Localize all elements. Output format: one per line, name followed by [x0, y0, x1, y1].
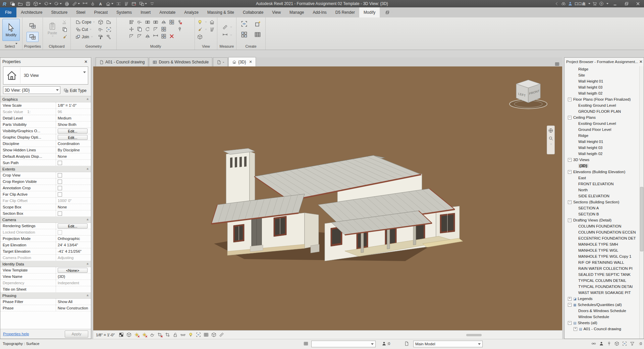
visibility-graphics-o-button[interactable]: Edit...	[58, 129, 88, 134]
rotate-tool-icon[interactable]	[144, 26, 151, 33]
tree-item-r-f-of-retaining-wall[interactable]: R/F OF RETAINING WALL	[565, 259, 640, 265]
crop-view-checkbox[interactable]	[58, 173, 62, 178]
select-by-face-icon[interactable]	[614, 341, 619, 346]
tree-item-wall-heigth-02[interactable]: Wall heigth 02	[565, 90, 640, 96]
tree-item-manhole-type-wgl[interactable]: MANHOLE TYPE WGL	[565, 247, 640, 253]
tree-item-3d[interactable]: {3D}	[565, 163, 640, 169]
ribbon-tab-massing-site[interactable]: Massing & Site	[203, 7, 238, 17]
tree-item-window-schedule[interactable]: Window Schedule	[565, 314, 640, 320]
selection-box-icon[interactable]	[238, 19, 250, 29]
legend-component-icon[interactable]	[252, 30, 264, 40]
model-3d-house[interactable]	[204, 144, 466, 268]
property-value[interactable]: By Discipline	[56, 147, 91, 153]
tree-item-exsiting-ground-level[interactable]: Exsiting Ground Level	[565, 102, 640, 108]
tree-item-drafting-views-detail[interactable]: −Drafting Views (Detail)	[565, 217, 640, 223]
arraysq-tool-icon[interactable]	[168, 19, 175, 26]
worksets-icon[interactable]	[304, 341, 308, 346]
project-browser-close-icon[interactable]: ✕	[638, 59, 644, 64]
tree-item-column-foundation[interactable]: COLUMN FOUNDATION	[565, 223, 640, 229]
full-navigation-wheel-icon[interactable]	[548, 128, 553, 133]
pin-tool-icon[interactable]	[176, 26, 183, 33]
arraysq-tool-icon[interactable]	[160, 33, 167, 40]
ribbon-tab-collaborate[interactable]: Collaborate	[238, 7, 268, 17]
view-tab-a01-council-drawing[interactable]: A01 - Council drawing	[96, 57, 148, 66]
paint-icon[interactable]	[97, 34, 104, 40]
account-label[interactable]: 口口鑫	[575, 1, 586, 6]
cubesm-tool-icon[interactable]	[168, 26, 175, 33]
ribbon-tab-steel[interactable]: Steel	[72, 7, 90, 17]
ribbon-minimize-button[interactable]	[383, 7, 395, 17]
tree-item-ridge[interactable]: Ridge	[565, 133, 640, 139]
linework-icon[interactable]	[196, 26, 204, 33]
ribbon-tab-annotate[interactable]: Annotate	[155, 7, 180, 17]
move-tool-icon[interactable]	[128, 26, 135, 33]
drag-on-selection-icon[interactable]	[622, 341, 627, 346]
tree-item-doors-windows-schedule[interactable]: Doors & Windows Schedule	[565, 308, 640, 314]
ribbon-tab-add-ins[interactable]: Add-Ins	[308, 7, 331, 17]
split-tool-icon[interactable]	[152, 19, 159, 26]
arraysq-tool-icon[interactable]	[160, 26, 167, 33]
revit-logo[interactable]: R	[2, 1, 8, 7]
zoom-icon[interactable]	[548, 136, 553, 141]
type-selector[interactable]: 3D View	[3, 66, 88, 85]
apply-button[interactable]: Apply	[65, 331, 88, 338]
open-icon[interactable]	[17, 1, 24, 7]
property-value[interactable]: -41' 4 21/256"	[56, 248, 91, 254]
point-element-icon[interactable]	[105, 26, 112, 33]
pinred-tool-icon[interactable]	[176, 19, 183, 26]
view-scale-control[interactable]: 1/8" = 1'-0"	[96, 333, 115, 337]
property-value[interactable]: Medium	[56, 115, 91, 121]
measure-icon[interactable]	[71, 1, 81, 7]
reveal-hidden-elements-icon[interactable]	[180, 332, 186, 338]
locked-orientation-checkbox[interactable]	[58, 230, 62, 235]
print-icon[interactable]	[63, 1, 70, 7]
create-similar-icon[interactable]	[252, 19, 264, 29]
modify-tool-button[interactable]: Modify	[2, 19, 20, 41]
tree-item-rain-water-collection-pi[interactable]: RAIN WATER COLLECTION PI	[565, 265, 640, 271]
tree-item-manhole-type-wgl-copy-1[interactable]: MANHOLE TYPE WGL Copy 1	[565, 253, 640, 259]
view-tab-doors-windows-schedule[interactable]: Doors & Windows Schedule	[149, 57, 212, 66]
sync-with-central-icon[interactable]	[32, 1, 42, 7]
property-value[interactable]: 1000' 0"	[56, 198, 91, 204]
panel-label-geometry[interactable]: Geometry	[71, 44, 116, 50]
redo-icon[interactable]	[53, 1, 63, 7]
tree-item-sections-building-section[interactable]: −Sections (Building Section)	[565, 199, 640, 205]
edit-type-button[interactable]: Edit Type	[62, 86, 88, 95]
property-value[interactable]: None	[56, 204, 91, 210]
properties-help-link[interactable]: Properties help	[3, 332, 29, 336]
tree-item-wall-height-03[interactable]: Wall height 03	[565, 145, 640, 151]
ribbon-tab-file[interactable]: File	[0, 7, 16, 17]
section-header-phasing[interactable]: Phasing«	[0, 293, 91, 299]
tree-item-elevations-building-elevation[interactable]: −Elevations (Building Elevation)	[565, 169, 640, 175]
detail-level-icon[interactable]	[118, 332, 124, 338]
property-value[interactable]: 96	[56, 109, 91, 115]
property-value[interactable]: 1/8" = 1'-0"	[56, 102, 91, 108]
tree-item-a01-council-drawing[interactable]: +▤A01 - Council drawing	[565, 326, 640, 332]
section-icon[interactable]	[115, 1, 122, 7]
trim-tool-icon[interactable]	[152, 26, 159, 33]
ribbon-tab-architecture[interactable]: Architecture	[16, 7, 47, 17]
cope-tool[interactable]: Cope	[75, 19, 96, 26]
property-value[interactable]: Orthographic	[56, 236, 91, 242]
property-value[interactable]	[56, 160, 91, 166]
view-tab-item[interactable]: -	[213, 57, 228, 66]
navbar-dropdown-icon[interactable]	[550, 144, 552, 145]
tree-item-manhole-type-smh[interactable]: MANHOLE TYPE SMH	[565, 241, 640, 247]
property-value[interactable]: Show Both	[56, 121, 91, 128]
close-inactive-windows-icon[interactable]	[130, 1, 138, 7]
tree-item-3d-views[interactable]: −3D Views	[565, 157, 640, 163]
visual-style-icon[interactable]	[126, 332, 132, 338]
section-header-extents[interactable]: Extents«	[0, 166, 91, 172]
property-value[interactable]: Coordination	[56, 141, 91, 147]
section-header-identity-data[interactable]: Identity Data«	[0, 261, 91, 267]
section-header-graphics[interactable]: Graphics«	[0, 96, 91, 102]
tree-item-ground-floor-level[interactable]: Ground Floor Level	[565, 127, 640, 133]
property-value[interactable]: {3D}	[56, 273, 91, 280]
tree-item-wall-heigth-02[interactable]: Wall heigth 02	[565, 151, 640, 157]
property-value[interactable]: Edit...	[56, 223, 91, 229]
aligned-dimension-tool-icon[interactable]	[221, 32, 229, 39]
ribbon-tab-modify[interactable]: Modify	[359, 7, 380, 17]
customize-qat-icon[interactable]	[149, 1, 156, 7]
ribbon-tab-structure[interactable]: Structure	[47, 7, 72, 17]
property-value[interactable]: Edit...	[56, 134, 91, 140]
